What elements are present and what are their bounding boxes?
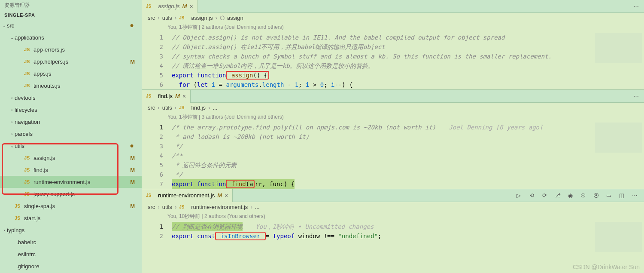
more-icon[interactable]: ⋯ (628, 3, 644, 9)
history-icon[interactable]: ⟲ (527, 191, 536, 200)
tree-label: timeouts.js (33, 83, 137, 89)
close-icon[interactable]: × (225, 192, 228, 199)
code-line[interactable]: 4/** (142, 151, 644, 160)
code-content: // 语法检查一堆Symbol内容，几乎是一kb。所以这个函数是较小的替换。 (172, 61, 374, 71)
folder-utils[interactable]: ⌄utils● (0, 140, 142, 152)
tab-title: assign.js (158, 3, 180, 9)
modified-badge: M (130, 58, 135, 65)
folder-src[interactable]: ⌄src● (0, 19, 142, 31)
file--babelrc[interactable]: .babelrc (0, 236, 142, 248)
nav-left-icon[interactable]: ⦾ (579, 191, 587, 200)
code-line[interactable]: 6 for (let i = arguments.length - 1; i >… (142, 80, 644, 89)
loop-icon[interactable]: ⟳ (540, 191, 549, 200)
code-line[interactable]: 2export const isInBrowser = typeof windo… (142, 231, 644, 241)
tablet-icon[interactable]: ▭ (605, 191, 613, 200)
explorer-sidebar: 资源管理器 SINGLE-SPA ⌄src●⌄applicationsapp-e… (0, 0, 142, 273)
workspace-name[interactable]: SINGLE-SPA (0, 11, 142, 19)
file-runtime-environment-js[interactable]: runtime-environment.jsM (0, 176, 142, 188)
chevron-icon: › (9, 120, 15, 124)
code-line[interactable]: 3 */ (142, 141, 644, 151)
file-assign-js[interactable]: assign.jsM (0, 152, 142, 164)
file-start-js[interactable]: start.js (0, 212, 142, 224)
folder-navigation[interactable]: ›navigation (0, 116, 142, 128)
radio-icon[interactable]: ◉ (566, 191, 574, 200)
symbol-icon: ⬡ (220, 15, 225, 21)
tab-bar: assign.jsM×⋯ (142, 0, 644, 13)
breadcrumb-segment[interactable]: assign.js (191, 15, 213, 21)
file--gitignore[interactable]: .gitignore (0, 260, 142, 272)
breadcrumb-segment[interactable]: ... (213, 104, 217, 111)
breadcrumb[interactable]: src›utils›runtime-environment.js›... (142, 202, 644, 212)
nav-right-icon[interactable]: ⦿ (592, 191, 600, 200)
editor-tab[interactable]: find.jsM× (142, 90, 191, 103)
breadcrumb-segment[interactable]: runtime-environment.js (191, 204, 248, 210)
line-number: 1 (150, 123, 163, 132)
breadcrumb-segment[interactable]: ... (255, 204, 260, 210)
breadcrumb-segment[interactable]: src (148, 104, 155, 111)
file--eslintrc[interactable]: .eslintrc (0, 248, 142, 260)
breadcrumb-segment[interactable]: find.js (191, 104, 206, 111)
file-timeouts-js[interactable]: timeouts.js (0, 80, 142, 92)
folder-lifecycles[interactable]: ›lifecycles (0, 104, 142, 116)
breadcrumb-segment[interactable]: src (148, 204, 155, 210)
code-line[interactable]: 2// Object.assign() 在ie11不可用，并且babel编译的输… (142, 42, 644, 52)
file-apps-js[interactable]: apps.js (0, 67, 142, 80)
file-find-js[interactable]: find.jsM (0, 164, 142, 176)
js-icon (24, 167, 32, 172)
editor-pane-find-js: find.jsM×⋯src›utils›find.js›...You, 1秒钟前… (142, 89, 644, 189)
inline-blame: You，1秒钟前 • Uncommitted changes (255, 222, 374, 231)
code-line[interactable]: 5 * 返回符合条件的元素 (142, 160, 644, 170)
breadcrumb-segment[interactable]: assign (227, 15, 243, 21)
code-line[interactable]: 2 * and lodash is ~200kb (not worth it) (142, 132, 644, 141)
tree-label: runtime-environment.js (33, 179, 130, 185)
file-app-errors-js[interactable]: app-errors.js (0, 43, 142, 55)
play-icon[interactable]: ▷ (514, 191, 523, 200)
tab-actions: ▷⟲⟳⎇◉⦾⦿▭◫⋯ (509, 191, 644, 200)
file-jquery-support-js[interactable]: jquery-support.js (0, 188, 142, 200)
code-area[interactable]: 1// 判断是否在浏览器环境You，1秒钟前 • Uncommitted cha… (142, 222, 644, 241)
folder-applications[interactable]: ⌄applications (0, 31, 142, 43)
close-icon[interactable]: × (189, 3, 193, 10)
breadcrumb[interactable]: src›utils›find.js›... (142, 103, 644, 113)
modified-badge: M (130, 179, 135, 185)
code-area[interactable]: 1// Object.assign() is not available in … (142, 33, 644, 89)
breadcrumb-segment[interactable]: utils (162, 204, 172, 210)
code-line[interactable]: 1// 判断是否在浏览器环境You，1秒钟前 • Uncommitted cha… (142, 222, 644, 231)
code-area[interactable]: 1/* the array.prototype.find polyfill on… (142, 123, 644, 189)
modified-indicator: M (182, 3, 187, 9)
code-line[interactable]: 6 */ (142, 170, 644, 179)
code-line[interactable]: 7export function find(arr, func) { (142, 179, 644, 189)
code-line[interactable]: 3// syntax checks a bunch of Symbol stuf… (142, 52, 644, 61)
tree-label: apps.js (33, 71, 137, 77)
js-icon (15, 215, 22, 221)
code-line[interactable]: 1// Object.assign() is not available in … (142, 33, 644, 42)
folder-devtools[interactable]: ›devtools (0, 92, 142, 104)
js-icon (24, 59, 32, 64)
tree-label: .babelrc (16, 239, 137, 245)
code-content: /** (172, 151, 182, 160)
file-single-spa-js[interactable]: single-spa.jsM (0, 200, 142, 212)
chevron-icon: › (9, 107, 15, 112)
branch-icon[interactable]: ⎇ (553, 191, 562, 200)
editor-tab[interactable]: runtime-environment.jsM× (142, 189, 233, 202)
more-icon[interactable]: ⋯ (630, 191, 639, 200)
breadcrumb-segment[interactable]: utils (162, 15, 172, 21)
folder-parcels[interactable]: ›parcels (0, 128, 142, 140)
tab-bar: find.jsM×⋯ (142, 90, 644, 103)
code-line[interactable]: 5export function assign() { (142, 71, 644, 80)
breadcrumb-segment[interactable]: src (148, 15, 155, 21)
chevron-icon: ⌄ (2, 23, 7, 28)
folder-typings[interactable]: ›typings (0, 224, 142, 236)
breadcrumb[interactable]: src›utils›assign.js›⬡assign (142, 13, 644, 23)
file-app-helpers-js[interactable]: app.helpers.jsM (0, 55, 142, 67)
code-line[interactable]: 1/* the array.prototype.find polyfill on… (142, 123, 644, 132)
modified-badge: M (130, 155, 135, 161)
more-icon[interactable]: ⋯ (628, 93, 644, 99)
split-icon[interactable]: ◫ (617, 191, 626, 200)
breadcrumb-segment[interactable]: utils (162, 104, 172, 111)
code-line[interactable]: 4// 语法检查一堆Symbol内容，几乎是一kb。所以这个函数是较小的替换。 (142, 61, 644, 71)
js-icon (146, 193, 154, 198)
close-icon[interactable]: × (182, 93, 186, 100)
editor-tab[interactable]: assign.jsM× (142, 0, 198, 13)
chevron-icon: ⌄ (9, 144, 15, 148)
